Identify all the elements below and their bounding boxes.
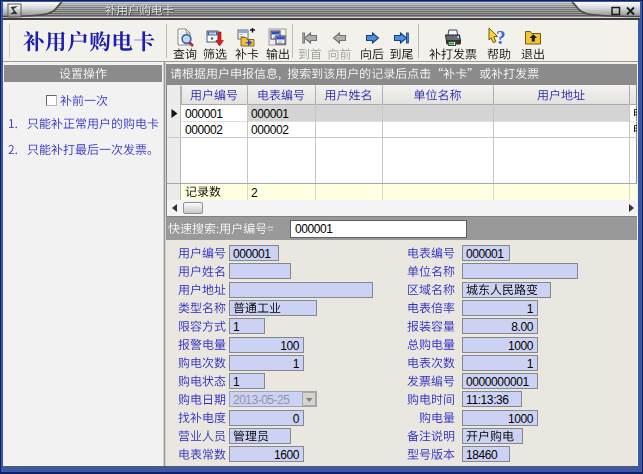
svg-text:?: ? — [496, 27, 506, 48]
